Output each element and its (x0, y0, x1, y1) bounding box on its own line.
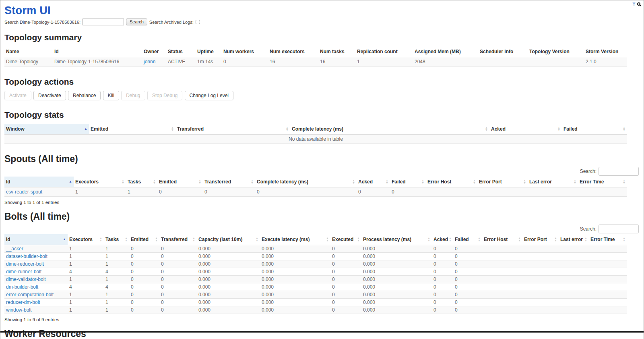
sort-asc-icon (69, 181, 72, 183)
table-cell: 1 (68, 291, 104, 299)
table-row: window-bolt11000.0000.00000.00000 (4, 306, 627, 314)
sort-icon (352, 179, 355, 184)
column-header-last-error[interactable]: Last error (528, 177, 578, 187)
column-header-error-port[interactable]: Error Port (522, 234, 559, 245)
topology-stats-table: Window Emitted Transferred Complete late… (4, 124, 627, 144)
table-cell: 1 (104, 260, 129, 268)
column-header-transferred[interactable]: Transferred (159, 234, 197, 245)
column-header-label: Transferred (204, 179, 231, 185)
change-log-level-button[interactable]: Change Log Level (185, 91, 233, 100)
table-cell: 0 (203, 187, 255, 197)
table-cell: 0 (159, 291, 197, 299)
table-cell: 1 (68, 299, 104, 306)
column-header-process-latency[interactable]: Process latency (ms) (361, 234, 432, 245)
column-header-tasks[interactable]: Tasks (126, 177, 157, 187)
topology-actions-toolbar: Activate Deactivate Rebalance Kill Debug… (4, 91, 640, 100)
cell-link[interactable]: dime-validator-bolt (6, 277, 46, 282)
column-header-complete-latency[interactable]: Complete latency (ms) (255, 177, 357, 187)
table-cell: 1 (68, 245, 104, 253)
column-header-label: Emitted (131, 237, 149, 242)
column-header-executors[interactable]: Executors (68, 234, 104, 245)
sort-icon (449, 237, 452, 242)
table-cell (559, 291, 589, 299)
stop-debug-button: Stop Debug (147, 91, 182, 100)
rebalance-button[interactable]: Rebalance (68, 91, 101, 100)
column-header-window[interactable]: Window (4, 124, 89, 135)
column-header-storm-version: Storm Version (584, 46, 627, 57)
sort-icon (478, 237, 481, 242)
table-cell: 0.000 (260, 253, 330, 260)
column-header-error-time[interactable]: Error Time (578, 177, 627, 187)
column-header-emitted[interactable]: Emitted (89, 124, 175, 135)
topology-search-bar: Search Dime-Topology-1-1578503616: Searc… (4, 19, 640, 25)
search-icon[interactable] (637, 2, 640, 6)
sort-icon (155, 237, 158, 242)
search-button[interactable]: Search (126, 19, 147, 25)
cell-link[interactable]: dm-builder-bolt (6, 284, 38, 290)
column-header-emitted[interactable]: Emitted (157, 177, 203, 187)
table-cell: 0 (157, 187, 203, 197)
table-cell: 0.000 (197, 260, 260, 268)
column-header-num-workers: Num workers (222, 46, 268, 57)
column-header-label: Complete latency (ms) (257, 179, 308, 185)
sort-icon (357, 237, 360, 242)
table-cell: 0.000 (197, 268, 260, 276)
column-header-transferred[interactable]: Transferred (203, 177, 255, 187)
column-header-acked[interactable]: Acked (357, 177, 390, 187)
search-label: Search Dime-Topology-1-1578503616: (4, 20, 80, 25)
table-cell (482, 283, 522, 291)
column-header-acked[interactable]: Acked (432, 234, 453, 245)
column-header-executed[interactable]: Executed (330, 234, 361, 245)
table-cell: 1 (104, 306, 129, 314)
table-cell: 0 (453, 253, 482, 260)
column-header-tasks[interactable]: Tasks (104, 234, 129, 245)
sort-icon (122, 179, 124, 184)
cell-link[interactable]: csv-reader-spout (6, 189, 42, 195)
sort-icon (99, 237, 102, 242)
table-cell: 0 (159, 268, 197, 276)
cell-link[interactable]: error-computation-bolt (6, 292, 54, 297)
search-archived-checkbox[interactable] (196, 20, 200, 24)
cell-link[interactable]: dataset-builder-bolt (6, 254, 47, 259)
column-header-complete-latency[interactable]: Complete latency (ms) (290, 124, 489, 135)
column-header-failed[interactable]: Failed (562, 124, 627, 135)
page-title[interactable]: Storm UI (4, 4, 640, 17)
cell-link[interactable]: reducer-dm-bolt (6, 299, 40, 305)
filter-icon[interactable]: Y (632, 2, 636, 6)
column-header-error-host[interactable]: Error Host (482, 234, 522, 245)
cell-link[interactable]: __acker (6, 246, 23, 252)
topology-summary-row: Dime-Topology Dime-Topology-1-1578503616… (4, 57, 627, 67)
kill-button[interactable]: Kill (103, 91, 119, 100)
column-header-error-time[interactable]: Error Time (589, 234, 627, 245)
column-header-transferred[interactable]: Transferred (175, 124, 290, 135)
table-cell: 1 (74, 187, 126, 197)
column-header-error-host[interactable]: Error Host (426, 177, 477, 187)
column-header-label: Tasks (128, 179, 141, 185)
column-header-capacity[interactable]: Capacity (last 10m) (197, 234, 260, 245)
column-header-last-error[interactable]: Last error (559, 234, 589, 245)
column-header-failed[interactable]: Failed (453, 234, 482, 245)
column-header-execute-latency[interactable]: Execute latency (ms) (260, 234, 330, 245)
cell-link[interactable]: window-bolt (6, 307, 31, 313)
table-cell (559, 268, 589, 276)
bolts-search-input[interactable] (599, 225, 639, 233)
spouts-search-input[interactable] (599, 167, 639, 176)
search-input[interactable] (83, 19, 124, 25)
table-cell: 1 (104, 291, 129, 299)
table-cell: 0.000 (197, 291, 260, 299)
cell-link[interactable]: dime-runner-bolt (6, 269, 41, 275)
deactivate-button[interactable]: Deactivate (33, 91, 66, 100)
column-header-assigned-mem: Assigned Mem (MB) (413, 46, 478, 57)
table-cell (482, 306, 522, 314)
column-header-failed[interactable]: Failed (390, 177, 426, 187)
column-header-label: Acked (491, 126, 506, 132)
column-header-id[interactable]: Id (4, 177, 74, 187)
column-header-id[interactable]: Id (4, 234, 68, 245)
cell-link[interactable]: dime-reducer-bolt (6, 261, 44, 267)
column-header-executors[interactable]: Executors (74, 177, 126, 187)
column-header-emitted[interactable]: Emitted (129, 234, 159, 245)
column-header-error-port[interactable]: Error Port (477, 177, 528, 187)
table-cell: 0 (129, 299, 159, 306)
owner-link[interactable]: johnn (144, 59, 155, 64)
column-header-acked[interactable]: Acked (489, 124, 562, 135)
